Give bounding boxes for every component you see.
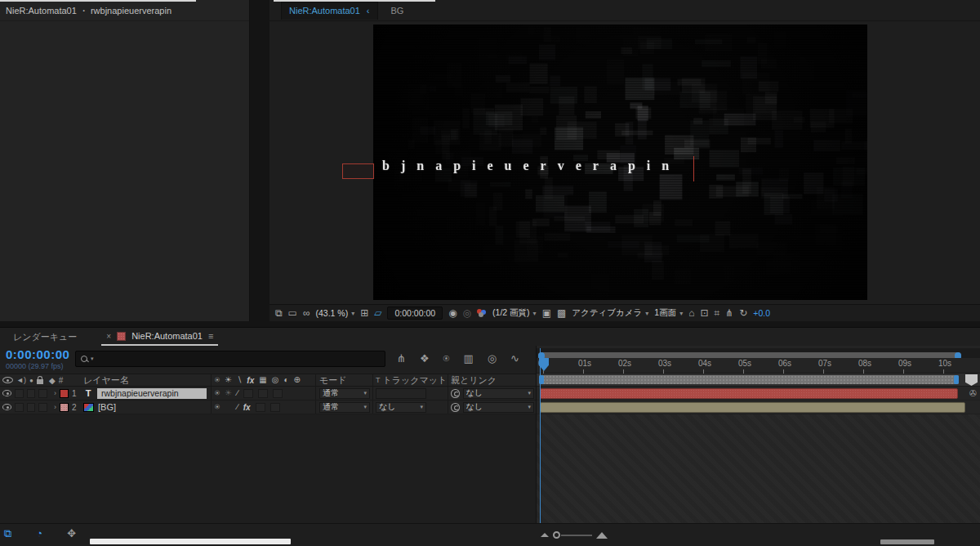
trkmat-dropdown[interactable] [376, 388, 426, 399]
layer-1-duration-bar[interactable] [540, 388, 958, 399]
monitor-icon[interactable]: ▭ [288, 308, 297, 318]
switch-slot[interactable] [258, 389, 268, 398]
composition-image[interactable]: bjnapieuerverapin [373, 25, 867, 300]
safe-margins-icon[interactable]: ⊞ [360, 308, 368, 318]
layer-2-duration-bar[interactable] [540, 402, 965, 413]
reset-exposure-icon[interactable]: ↻ [739, 308, 747, 318]
zoom-slider-handle[interactable] [553, 531, 560, 539]
twirl-icon[interactable]: › [54, 403, 56, 411]
shy-layers-icon[interactable]: ⍟ [443, 352, 450, 365]
exposure-value[interactable]: +0.0 [753, 308, 770, 318]
time-ruler[interactable]: 0s01s02s03s04s05s06s07s08s09s10s [537, 358, 980, 374]
zoom-slider-track[interactable] [561, 535, 592, 536]
solo-toggle[interactable] [27, 389, 36, 398]
frame-blending-enable-icon[interactable]: ⧉ [4, 527, 11, 540]
fx-toggle[interactable]: fx [243, 403, 251, 412]
tab-composition-nier[interactable]: NieR:Automata01 ‹ [281, 2, 378, 20]
quality-toggle[interactable]: ∕ [237, 403, 238, 411]
brainstorm-icon[interactable]: ✥ [67, 527, 76, 540]
close-icon[interactable]: × [106, 332, 111, 341]
glasses-icon[interactable]: ∞ [303, 308, 310, 318]
camera-dropdown[interactable]: アクティブカメラ▾ [572, 307, 648, 319]
channel-icon[interactable] [477, 309, 487, 317]
panel-menu-icon[interactable]: ≡ [208, 331, 213, 341]
parent-link-header[interactable]: 親とリンク [448, 374, 534, 386]
flowchart-button-icon[interactable]: ⋔ [725, 308, 733, 318]
zoom-out-icon[interactable] [541, 533, 549, 537]
view-layout-dropdown[interactable]: 1画面▾ [654, 307, 683, 319]
composition-viewport[interactable]: bjnapieuerverapin [270, 22, 980, 304]
layer-1-track[interactable]: ✇ [537, 387, 980, 401]
magnification-dropdown[interactable]: (43.1 %)▾ [315, 308, 354, 318]
snapshot-camera-icon[interactable]: ◉ [448, 308, 457, 318]
layer-name-field[interactable]: [BG] [98, 402, 116, 412]
transparency-grid-icon[interactable]: ▩ [557, 308, 566, 318]
lock-toggle[interactable] [38, 389, 47, 398]
columns-scrollbar[interactable] [90, 539, 291, 544]
comp-text-layer[interactable]: bjnapieuerverapin [382, 159, 680, 173]
audio-toggle[interactable] [15, 389, 24, 398]
solo-toggle[interactable] [27, 403, 36, 412]
current-timecode[interactable]: 0:00:00:00 [6, 347, 69, 361]
search-input[interactable]: ▾ [75, 351, 385, 367]
table-row-layer-1[interactable]: › 1 T rwbjnapieuerverapin ⍟ ☀ ∕ 通常▾ [0, 387, 536, 401]
mode-dropdown[interactable]: 通常▾ [319, 402, 370, 413]
comp-marker-bin-icon[interactable] [965, 374, 978, 386]
pick-whip-icon[interactable] [451, 403, 460, 412]
switch-slot[interactable] [243, 389, 253, 398]
comp-button-icon[interactable]: ✇ [969, 388, 977, 399]
trkmat-dropdown[interactable]: なし▾ [376, 402, 426, 413]
motion-blur-enable-icon[interactable]: ◔ [36, 527, 42, 540]
work-area-bar[interactable] [539, 375, 959, 384]
shy-toggle[interactable]: ⍟ [215, 403, 220, 411]
parent-dropdown[interactable]: なし▾ [463, 388, 534, 399]
stacked-panels-icon[interactable]: ⧉ [275, 308, 283, 318]
fast-previews-icon[interactable]: ⊡ [700, 308, 708, 318]
text-layer-bounding-box[interactable] [342, 163, 374, 179]
motion-blur-icon[interactable]: ◎ [488, 352, 497, 365]
timeline-button-icon[interactable]: ⌗ [714, 308, 719, 318]
collapse-toggle[interactable]: ☀ [225, 389, 232, 397]
shy-toggle[interactable]: ⍟ [215, 389, 220, 397]
video-toggle[interactable] [2, 404, 11, 410]
layer-name-field[interactable]: rwbjnapieuerverapin [97, 388, 207, 399]
region-of-interest-icon[interactable]: ▱ [374, 308, 381, 318]
zoom-in-icon[interactable] [596, 532, 608, 539]
pixel-aspect-icon[interactable]: ⌂ [688, 308, 694, 318]
twirl-icon[interactable]: › [54, 389, 56, 397]
tab-render-queue[interactable]: レンダーキュー [0, 331, 90, 343]
mode-dropdown[interactable]: 通常▾ [319, 388, 370, 399]
audio-toggle[interactable] [15, 403, 24, 412]
video-toggle[interactable] [2, 390, 11, 396]
draft-3d-icon[interactable]: ❖ [420, 352, 430, 365]
tab-composition-bg[interactable]: BG [391, 6, 404, 16]
timeline-scrollbar[interactable] [880, 539, 934, 544]
layer-name-header[interactable]: レイヤー名 [83, 374, 211, 386]
lock-toggle[interactable] [38, 403, 47, 412]
show-snapshot-icon[interactable]: ◎ [463, 308, 471, 318]
viewer-timecode[interactable]: 0:00:00:00 [387, 307, 443, 320]
pick-whip-icon[interactable] [451, 389, 460, 398]
work-area-track[interactable] [537, 374, 980, 387]
layer-2-track[interactable] [537, 401, 980, 414]
mode-header[interactable]: モード [315, 374, 372, 386]
trkmat-header[interactable]: T トラックマット [372, 374, 448, 386]
graph-editor-icon[interactable]: ∿ [510, 352, 519, 365]
composition-mini-flowchart-icon[interactable]: ⋔ [397, 352, 406, 365]
chevron-left-icon[interactable]: ‹ [367, 6, 370, 16]
resolution-dropdown[interactable]: (1/2 画質)▾ [492, 307, 537, 319]
quality-toggle[interactable]: ∕ [237, 389, 238, 397]
label-color-swatch[interactable] [60, 389, 69, 398]
switch-slot[interactable] [270, 403, 280, 412]
table-row-layer-2[interactable]: › 2 [BG] ⍟ ☀ ∕ fx 通常▾ [0, 401, 536, 414]
playhead-line[interactable] [540, 348, 541, 524]
parent-dropdown[interactable]: なし▾ [463, 402, 534, 413]
switch-slot[interactable] [273, 389, 283, 398]
effect-controls-tab[interactable]: NieR:Automata01 ・ rwbjnapieuerverapin [0, 0, 249, 21]
target-region-icon[interactable]: ▣ [542, 308, 551, 318]
switch-slot[interactable] [256, 403, 265, 412]
frame-blending-icon[interactable]: ▥ [463, 352, 473, 365]
tab-timeline-comp[interactable]: × NieR:Automata01 ≡ [101, 328, 218, 346]
time-navigator-track[interactable] [537, 348, 980, 358]
label-color-swatch[interactable] [60, 403, 69, 412]
